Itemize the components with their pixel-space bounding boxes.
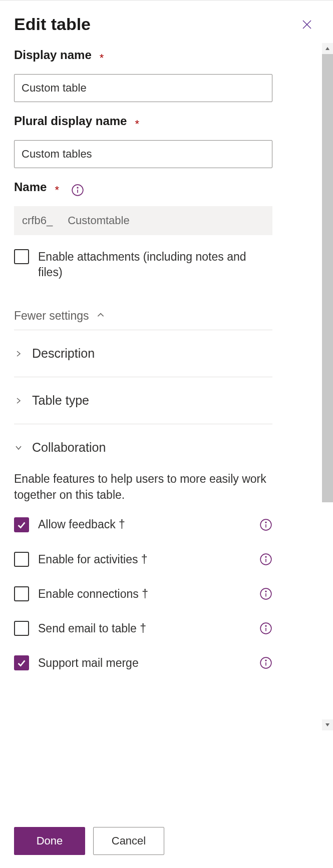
svg-point-7	[265, 522, 266, 523]
name-info-button[interactable]	[71, 184, 84, 197]
triangle-up-icon	[325, 46, 330, 51]
collaboration-description: Enable features to help users to more ea…	[14, 471, 272, 503]
scrollbar[interactable]	[322, 43, 333, 730]
display-name-field: Display name *	[14, 48, 272, 102]
triangle-down-icon	[325, 722, 330, 727]
done-button[interactable]: Done	[14, 827, 85, 855]
required-asterisk: *	[55, 184, 59, 197]
close-icon	[301, 19, 313, 31]
plural-display-name-input[interactable]	[14, 140, 272, 168]
fewer-settings-toggle[interactable]: Fewer settings	[14, 302, 272, 330]
enable-activities-checkbox[interactable]	[14, 552, 29, 567]
plural-display-name-label: Plural display name	[14, 114, 127, 128]
svg-marker-21	[325, 723, 329, 726]
name-input[interactable]	[61, 206, 272, 235]
scrollbar-down-arrow[interactable]	[322, 719, 333, 730]
panel-title: Edit table	[14, 15, 91, 34]
mail-merge-info[interactable]	[259, 656, 272, 669]
panel-footer: Done Cancel	[0, 814, 333, 868]
send-email-label: Send email to table †	[38, 621, 146, 636]
allow-feedback-label: Allow feedback †	[38, 517, 125, 532]
allow-feedback-info[interactable]	[259, 518, 272, 531]
chevron-right-icon	[14, 396, 23, 405]
svg-point-10	[265, 556, 266, 557]
plural-display-name-field: Plural display name *	[14, 114, 272, 168]
description-accordion-title: Description	[32, 346, 95, 361]
allow-feedback-row: Allow feedback †	[14, 517, 272, 532]
mail-merge-label: Support mail merge	[38, 655, 139, 671]
enable-activities-label: Enable for activities †	[38, 552, 148, 567]
svg-point-4	[77, 187, 78, 188]
scroll-area[interactable]: Display name * Plural display name * Nam…	[0, 48, 333, 814]
info-icon	[259, 622, 272, 635]
edit-table-panel: Edit table Display name * Plural display…	[0, 0, 333, 868]
allow-feedback-checkbox[interactable]	[14, 517, 29, 532]
name-field: Name * crfb6_	[14, 180, 272, 235]
checkmark-icon	[16, 657, 27, 668]
display-name-input[interactable]	[14, 74, 272, 102]
enable-activities-info[interactable]	[259, 553, 272, 566]
enable-connections-checkbox[interactable]	[14, 586, 29, 601]
collaboration-accordion-title: Collaboration	[32, 440, 106, 455]
table-type-accordion-header[interactable]: Table type	[14, 377, 272, 424]
scrollbar-thumb[interactable]	[322, 54, 333, 502]
svg-point-13	[265, 591, 266, 592]
info-icon	[259, 553, 272, 566]
chevron-right-icon	[14, 349, 23, 358]
send-email-checkbox[interactable]	[14, 621, 29, 636]
cancel-button[interactable]: Cancel	[93, 827, 164, 855]
enable-attachments-label: Enable attachments (including notes and …	[38, 249, 272, 280]
enable-connections-row: Enable connections †	[14, 586, 272, 602]
svg-point-16	[265, 625, 266, 626]
collaboration-accordion-body: Enable features to help users to more ea…	[14, 471, 272, 700]
mail-merge-row: Support mail merge	[14, 655, 272, 671]
content-inner: Display name * Plural display name * Nam…	[14, 48, 272, 700]
mail-merge-checkbox[interactable]	[14, 655, 29, 670]
description-accordion-header[interactable]: Description	[14, 330, 272, 377]
send-email-row: Send email to table †	[14, 621, 272, 636]
close-button[interactable]	[299, 17, 315, 33]
enable-attachments-checkbox[interactable]	[14, 249, 29, 264]
panel-header: Edit table	[0, 1, 333, 48]
name-label: Name	[14, 180, 47, 194]
info-icon	[259, 518, 272, 531]
required-asterisk: *	[100, 52, 104, 65]
chevron-up-icon	[96, 309, 105, 323]
info-icon	[71, 184, 84, 197]
send-email-info[interactable]	[259, 622, 272, 635]
chevron-down-icon	[14, 443, 23, 452]
scrollbar-up-arrow[interactable]	[322, 43, 333, 54]
enable-attachments-row: Enable attachments (including notes and …	[14, 249, 272, 280]
required-asterisk: *	[135, 118, 139, 131]
name-prefix: crfb6_	[14, 206, 61, 235]
enable-connections-label: Enable connections †	[38, 586, 148, 602]
svg-point-19	[265, 660, 266, 661]
collaboration-accordion-header[interactable]: Collaboration	[14, 424, 272, 471]
enable-connections-info[interactable]	[259, 587, 272, 600]
svg-marker-20	[325, 47, 329, 50]
info-icon	[259, 656, 272, 669]
checkmark-icon	[16, 519, 27, 530]
enable-activities-row: Enable for activities †	[14, 552, 272, 567]
table-type-accordion-title: Table type	[32, 393, 89, 408]
display-name-label: Display name	[14, 48, 92, 62]
info-icon	[259, 587, 272, 600]
fewer-settings-label: Fewer settings	[14, 309, 89, 323]
